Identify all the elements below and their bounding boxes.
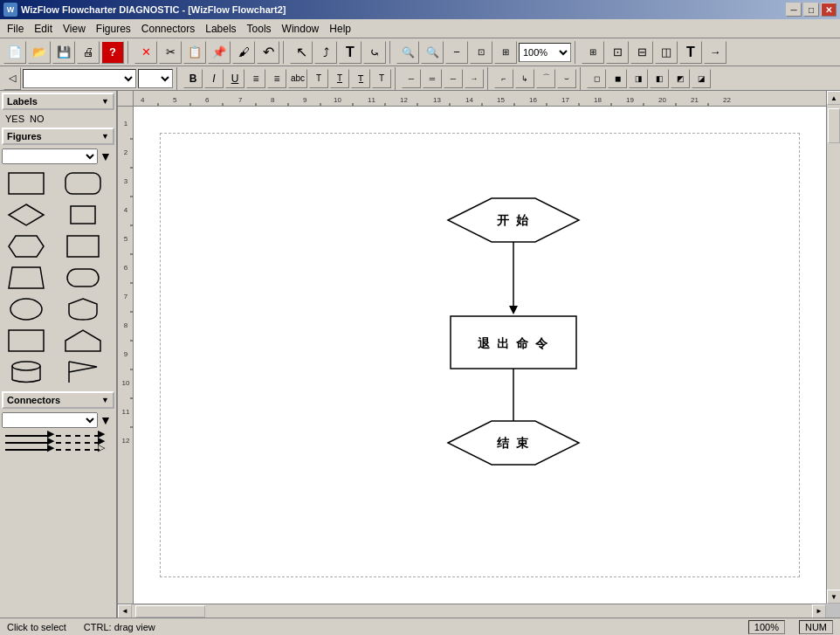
align-left-button[interactable]: ≡ xyxy=(246,69,265,88)
new-button[interactable]: 📄 xyxy=(3,41,26,64)
text-abc-button[interactable]: abc xyxy=(288,69,307,88)
connector-type4-button[interactable]: ⌣ xyxy=(557,69,576,88)
shape-fill6-button[interactable]: ◪ xyxy=(692,69,711,88)
shape-rectangle[interactable] xyxy=(3,169,49,197)
delete-button[interactable]: ✕ xyxy=(134,41,157,64)
shape-small-rect[interactable] xyxy=(60,201,106,229)
group-button[interactable]: ◫ xyxy=(655,41,678,64)
format-paint-button[interactable]: 🖌 xyxy=(232,41,255,64)
copy-button[interactable]: 📋 xyxy=(183,41,206,64)
align-center-button[interactable]: ≡ xyxy=(267,69,286,88)
font-size-select[interactable] xyxy=(138,69,173,88)
connector-solid-arrow[interactable]: ▶ xyxy=(5,435,49,437)
line-style1-button[interactable]: ─ xyxy=(402,69,421,88)
zoom-out-small-button[interactable]: 🔍 xyxy=(396,41,419,64)
connectors-dropdown-arrow[interactable]: ▼ xyxy=(100,413,112,427)
font-select[interactable] xyxy=(23,69,136,88)
text-style4-button[interactable]: T xyxy=(372,69,391,88)
shape-fill5-button[interactable]: ◩ xyxy=(671,69,690,88)
shape-parallelogram[interactable] xyxy=(3,327,49,355)
print-button[interactable]: 🖨 xyxy=(77,41,100,64)
connector-dashed-arrow2[interactable]: ▶ xyxy=(56,442,100,444)
minimize-button[interactable]: ─ xyxy=(786,3,802,17)
canvas-content[interactable]: 开 始 退 出 命 令 结 束 xyxy=(134,107,826,604)
zoom-fit-button[interactable]: ⊡ xyxy=(470,41,492,64)
vertical-scrollbar[interactable]: ▲ ▼ xyxy=(826,91,840,604)
shape-hexagon[interactable] xyxy=(3,232,49,260)
connector-category-select[interactable] xyxy=(2,412,98,428)
menu-view[interactable]: View xyxy=(58,19,91,38)
shape-rect2[interactable] xyxy=(60,232,106,260)
line-style3-button[interactable]: ─ xyxy=(444,69,463,88)
bold-button[interactable]: B xyxy=(183,69,203,88)
align-button[interactable]: ⊡ xyxy=(606,41,629,64)
menu-connectors[interactable]: Connectors xyxy=(136,19,200,38)
menu-labels[interactable]: Labels xyxy=(200,19,241,38)
shape-diamond[interactable] xyxy=(3,201,49,229)
shape-circle[interactable] xyxy=(3,295,49,323)
menu-edit[interactable]: Edit xyxy=(29,19,58,38)
italic-button[interactable]: I xyxy=(204,69,224,88)
connector-solid-arrow3[interactable]: ▶ xyxy=(5,449,49,451)
underline-button[interactable]: U xyxy=(225,69,244,88)
figure-category-select[interactable] xyxy=(2,148,98,164)
line-arrow-button[interactable]: → xyxy=(465,69,484,88)
line-style2-button[interactable]: ═ xyxy=(423,69,442,88)
paste-button[interactable]: 📌 xyxy=(208,41,231,64)
select-button[interactable]: ↖ xyxy=(290,41,313,64)
shape-fill1-button[interactable]: ◻ xyxy=(587,69,606,88)
scroll-down-button[interactable]: ▼ xyxy=(827,590,840,604)
open-button[interactable]: 📂 xyxy=(28,41,51,64)
menu-window[interactable]: Window xyxy=(277,19,325,38)
text-style2-button[interactable]: T xyxy=(330,69,349,88)
text-style3-button[interactable]: T̲ xyxy=(351,69,370,88)
connect-arrow-button[interactable]: → xyxy=(704,41,726,64)
text-button[interactable]: T xyxy=(339,41,361,64)
style-back-button[interactable]: ◁ xyxy=(3,67,21,90)
scroll-left-button[interactable]: ◄ xyxy=(118,604,132,618)
figures-dropdown-arrow[interactable]: ▼ xyxy=(100,149,112,163)
zoom-select[interactable]: 100% 50% 75% 125% 150% 200% xyxy=(519,43,571,62)
shape-cylinder[interactable] xyxy=(3,358,49,386)
connector-type1-button[interactable]: ⌐ xyxy=(494,69,513,88)
menu-file[interactable]: File xyxy=(2,19,29,38)
undo-button[interactable]: ↶ xyxy=(257,41,279,64)
shape-button[interactable]: ⤿ xyxy=(363,41,386,64)
connector-dashed-arrow[interactable]: ▶ xyxy=(56,435,100,437)
shape-fill3-button[interactable]: ◨ xyxy=(629,69,648,88)
menu-tools[interactable]: Tools xyxy=(242,19,277,38)
zoom-in-button[interactable]: 🔍 xyxy=(421,41,444,64)
labels-header[interactable]: Labels ▼ xyxy=(2,93,114,110)
help-button[interactable]: ? xyxy=(101,41,124,64)
scroll-thumb-vertical[interactable] xyxy=(828,108,840,143)
scroll-up-button[interactable]: ▲ xyxy=(827,91,840,105)
shape-trapezoid[interactable] xyxy=(3,264,49,292)
connector-button[interactable]: ⤴ xyxy=(314,41,337,64)
scroll-right-button[interactable]: ► xyxy=(812,604,826,618)
grid-button[interactable]: ⊞ xyxy=(582,41,604,64)
cut-button[interactable]: ✂ xyxy=(159,41,182,64)
shape-fill2-button[interactable]: ◼ xyxy=(608,69,627,88)
maximize-button[interactable]: □ xyxy=(803,3,819,17)
connector-type2-button[interactable]: ↳ xyxy=(515,69,534,88)
menu-help[interactable]: Help xyxy=(324,19,356,38)
shape-fill4-button[interactable]: ◧ xyxy=(650,69,669,88)
connector-dashed-open-arrow[interactable]: ▷ xyxy=(56,449,100,451)
menu-figures[interactable]: Figures xyxy=(91,19,136,38)
shape-house[interactable] xyxy=(60,327,106,355)
canvas-inner[interactable]: 开 始 退 出 命 令 结 束 xyxy=(134,107,826,604)
connector-type3-button[interactable]: ⌒ xyxy=(536,69,555,88)
zoom-page-button[interactable]: ⊞ xyxy=(494,41,517,64)
text-large-button[interactable]: T xyxy=(679,41,702,64)
shape-shield[interactable] xyxy=(60,295,106,323)
shape-stadium[interactable] xyxy=(60,264,106,292)
scroll-thumb-horizontal[interactable] xyxy=(135,605,205,618)
shape-rounded-rect[interactable] xyxy=(60,169,106,197)
save-button[interactable]: 💾 xyxy=(52,41,75,64)
canvas-area[interactable]: 4 5 6 7 8 9 10 11 12 13 14 xyxy=(118,91,840,618)
figures-header[interactable]: Figures ▼ xyxy=(2,128,114,145)
text-style1-button[interactable]: T xyxy=(309,69,328,88)
shape-flag[interactable] xyxy=(60,358,106,386)
distribute-button[interactable]: ⊟ xyxy=(630,41,653,64)
zoom-out-button[interactable]: − xyxy=(445,41,468,64)
